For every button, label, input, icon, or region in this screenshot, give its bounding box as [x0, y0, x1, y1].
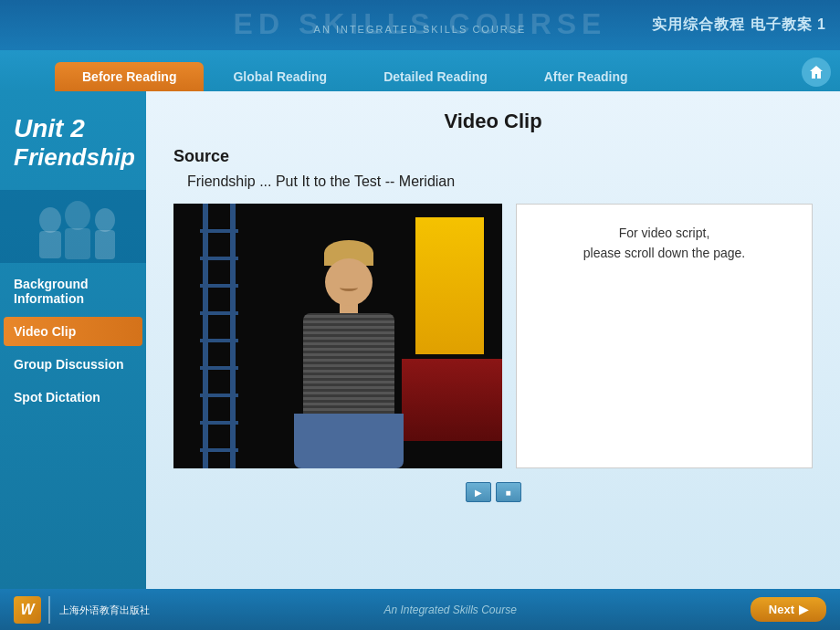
tab-detailed-reading[interactable]: Detailed Reading: [356, 62, 515, 91]
unit-label: Unit 2: [14, 114, 137, 143]
sidebar: Unit 2 Friendship Background Information…: [0, 91, 146, 589]
header-subtitle: AN INTEGRATED SKILLS COURSE: [314, 24, 527, 35]
tab-before-reading[interactable]: Before Reading: [55, 62, 204, 91]
svg-rect-5: [95, 230, 115, 259]
video-controls: ▶ ■: [173, 482, 813, 502]
home-icon[interactable]: [802, 58, 831, 87]
source-label: Source: [173, 147, 813, 166]
source-text: Friendship ... Put It to the Test -- Mer…: [187, 173, 813, 190]
stop-button[interactable]: ■: [496, 482, 521, 502]
svg-point-0: [39, 207, 61, 233]
sidebar-item-background[interactable]: Background Information: [0, 268, 146, 315]
sidebar-item-group-discussion[interactable]: Group Discussion: [0, 348, 146, 381]
content-area: Video Clip Source Friendship ... Put It …: [146, 91, 840, 589]
next-button[interactable]: Next ▶: [751, 597, 826, 622]
footer: W 上海外语教育出版社 An Integrated Skills Course …: [0, 589, 840, 630]
tab-after-reading[interactable]: After Reading: [517, 62, 656, 91]
content-title: Video Clip: [173, 110, 813, 133]
unit-name: Friendship: [14, 143, 137, 172]
footer-tagline: An Integrated Skills Course: [383, 604, 516, 616]
unit-info: Unit 2 Friendship: [0, 100, 146, 190]
svg-rect-3: [65, 228, 90, 259]
video-player[interactable]: [173, 204, 502, 468]
footer-logo: W 上海外语教育出版社: [14, 596, 150, 624]
svg-point-4: [95, 208, 115, 232]
svg-point-2: [65, 201, 90, 230]
next-arrow-icon: ▶: [799, 603, 808, 616]
header-bar: ED SKILLS COURSE AN INTEGRATED SKILLS CO…: [0, 0, 840, 50]
nav-tabs: Before Reading Global Reading Detailed R…: [0, 50, 840, 91]
tab-global-reading[interactable]: Global Reading: [205, 62, 354, 91]
publisher-name: 上海外语教育出版社: [59, 604, 150, 615]
script-text: For video script, please scroll down the…: [583, 223, 745, 264]
svg-rect-1: [39, 231, 61, 258]
video-section: For video script, please scroll down the…: [173, 204, 813, 468]
unit-image: [0, 190, 146, 263]
main-layout: Unit 2 Friendship Background Information…: [0, 91, 840, 589]
script-panel: For video script, please scroll down the…: [516, 204, 813, 468]
sidebar-item-spot-dictation[interactable]: Spot Dictation: [0, 381, 146, 414]
logo-w-icon: W: [14, 596, 41, 624]
play-button[interactable]: ▶: [466, 482, 491, 502]
sidebar-item-video-clip[interactable]: Video Clip: [4, 317, 142, 346]
